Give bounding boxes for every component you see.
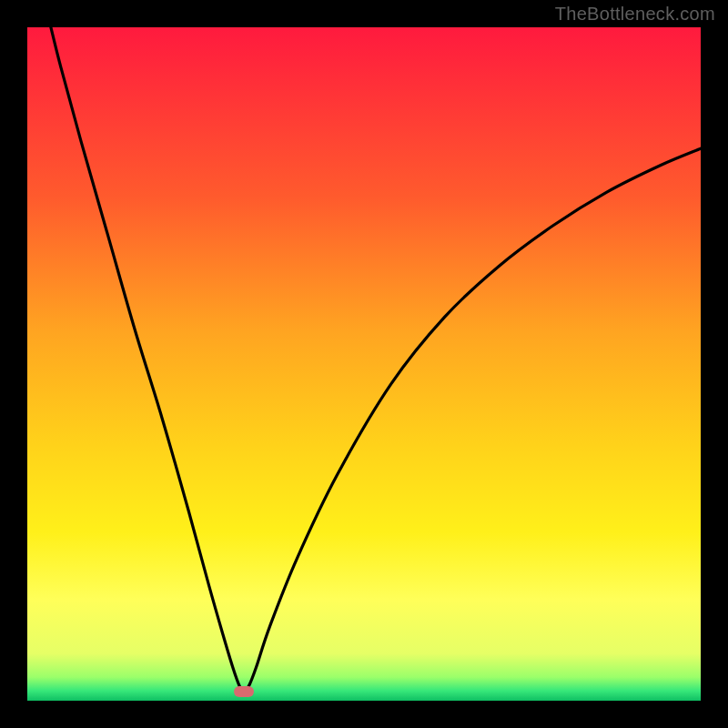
plot-area <box>27 27 701 701</box>
chart-frame: TheBottleneck.com <box>0 0 728 728</box>
optimal-point-marker <box>234 686 254 697</box>
chart-svg <box>27 27 701 701</box>
watermark-text: TheBottleneck.com <box>555 4 715 25</box>
chart-background <box>27 27 701 701</box>
